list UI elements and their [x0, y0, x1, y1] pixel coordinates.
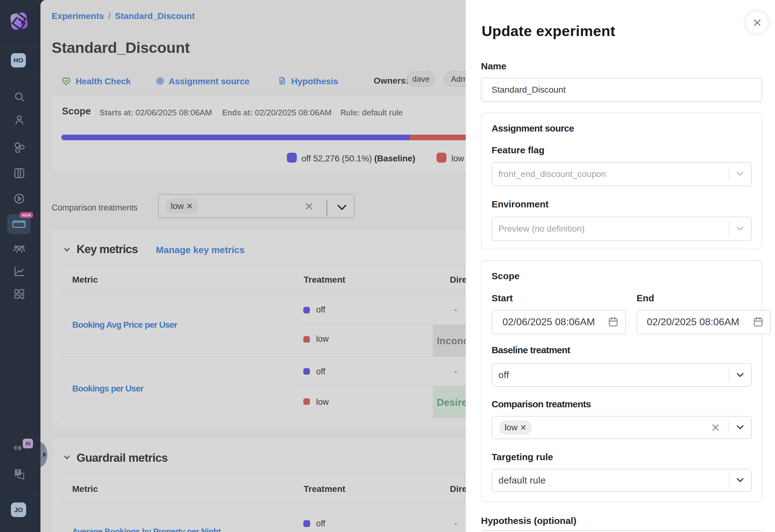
svg-text:?: ?: [16, 470, 19, 475]
